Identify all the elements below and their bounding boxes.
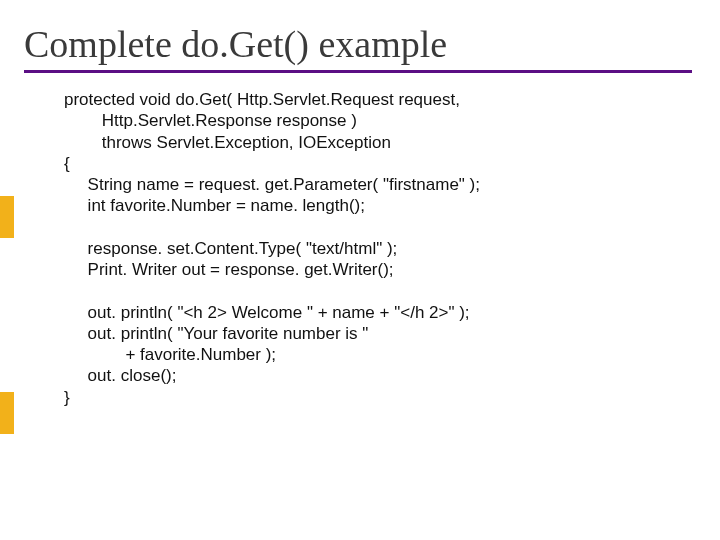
code-line: out. close(); — [64, 366, 176, 385]
title-underline — [24, 70, 692, 73]
code-line: int favorite.Number = name. length(); — [64, 196, 365, 215]
code-line: + favorite.Number ); — [64, 345, 276, 364]
code-line: } — [64, 388, 70, 407]
code-line: { — [64, 154, 70, 173]
accent-bar-1 — [0, 196, 14, 238]
code-line: Http.Servlet.Response response ) — [64, 111, 357, 130]
code-line: out. println( "Your favorite number is " — [64, 324, 368, 343]
code-block: protected void do.Get( Http.Servlet.Requ… — [64, 89, 696, 408]
accent-bar-2 — [0, 392, 14, 434]
code-line: throws Servlet.Exception, IOException — [64, 133, 391, 152]
code-line: String name = request. get.Parameter( "f… — [64, 175, 480, 194]
slide-title: Complete do.Get() example — [24, 22, 720, 66]
code-line: response. set.Content.Type( "text/html" … — [64, 239, 397, 258]
slide: Complete do.Get() example protected void… — [0, 22, 720, 540]
code-line: Print. Writer out = response. get.Writer… — [64, 260, 394, 279]
code-line: out. println( "<h 2> Welcome " + name + … — [64, 303, 470, 322]
code-line: protected void do.Get( Http.Servlet.Requ… — [64, 90, 460, 109]
